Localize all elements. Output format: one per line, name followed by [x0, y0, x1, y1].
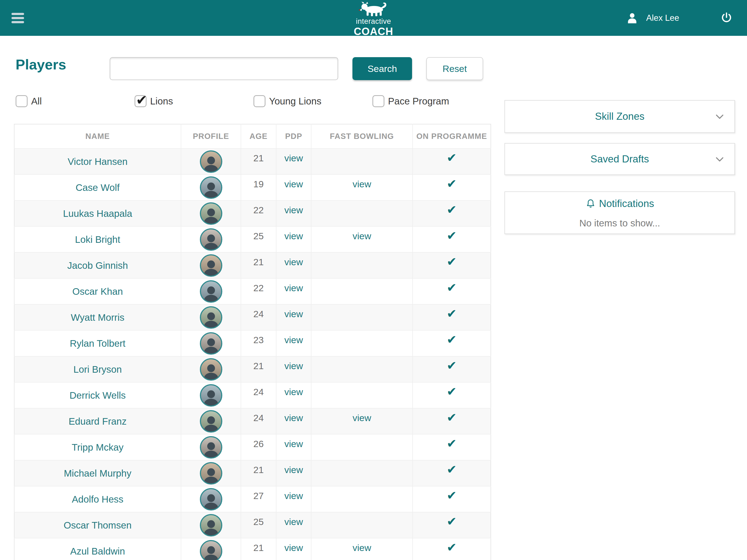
- checkbox[interactable]: [372, 95, 384, 107]
- pdp-view-link[interactable]: view: [284, 309, 303, 320]
- filter-all[interactable]: All: [16, 95, 134, 107]
- player-avatar[interactable]: [200, 462, 222, 485]
- player-avatar[interactable]: [200, 488, 222, 510]
- player-name-link[interactable]: Case Wolf: [76, 182, 120, 193]
- table-row: Jacob Ginnish 21 view ✔: [14, 252, 491, 278]
- pdp-view-link[interactable]: view: [284, 283, 303, 294]
- search-button[interactable]: Search: [353, 57, 412, 80]
- on-programme-check-icon: ✔: [447, 281, 457, 295]
- player-avatar[interactable]: [200, 540, 222, 560]
- player-avatar[interactable]: [200, 410, 222, 433]
- fast-bowling-view-link[interactable]: view: [353, 542, 371, 553]
- skill-zones-title: Skill Zones: [505, 111, 735, 122]
- player-avatar[interactable]: [200, 358, 222, 381]
- player-name-link[interactable]: Luukas Haapala: [63, 208, 132, 219]
- filter-lions[interactable]: ✔ Lions: [134, 95, 254, 107]
- user-menu[interactable]: Alex Lee: [626, 12, 679, 24]
- filter-young-lions[interactable]: Young Lions: [254, 95, 372, 107]
- on-programme-check-icon: ✔: [447, 436, 457, 450]
- pdp-view-link[interactable]: view: [284, 179, 303, 189]
- fast-bowling-view-link[interactable]: view: [353, 231, 371, 241]
- player-age: 24: [254, 387, 264, 397]
- table-row: Azul Baldwin 21 view view ✔: [14, 538, 491, 560]
- person-silhouette-icon: [201, 206, 221, 225]
- on-programme-check-icon: ✔: [447, 203, 457, 217]
- notifications-empty-text: No items to show...: [505, 218, 735, 229]
- player-name-link[interactable]: Tripp Mckay: [72, 442, 123, 453]
- player-age: 25: [254, 516, 264, 527]
- player-name-link[interactable]: Rylan Tolbert: [70, 338, 126, 349]
- player-avatar[interactable]: [200, 280, 222, 303]
- pdp-view-link[interactable]: view: [284, 205, 303, 215]
- fast-bowling-view-link[interactable]: view: [353, 179, 371, 189]
- on-programme-check-icon: ✔: [447, 410, 457, 424]
- person-silhouette-icon: [201, 491, 221, 510]
- pdp-view-link[interactable]: view: [284, 490, 303, 501]
- checkbox[interactable]: ✔: [134, 95, 147, 107]
- player-avatar[interactable]: [200, 514, 222, 536]
- pdp-view-link[interactable]: view: [284, 335, 303, 345]
- skill-zones-panel[interactable]: Skill Zones: [505, 100, 735, 133]
- person-silhouette-icon: [201, 232, 221, 251]
- player-name-link[interactable]: Michael Murphy: [64, 468, 131, 479]
- filter-label: Pace Program: [388, 96, 449, 107]
- table-header-row: NAME PROFILE AGE PDP FAST BOWLING ON PRO…: [14, 124, 491, 149]
- player-name-link[interactable]: Lori Bryson: [73, 364, 122, 375]
- checkbox[interactable]: [254, 95, 265, 107]
- chevron-down-icon[interactable]: [714, 111, 725, 122]
- search-input[interactable]: [110, 57, 338, 80]
- player-avatar[interactable]: [200, 306, 222, 329]
- person-silhouette-icon: [201, 543, 221, 560]
- on-programme-check-icon: ✔: [447, 358, 457, 373]
- player-name-link[interactable]: Loki Bright: [75, 234, 120, 245]
- player-name-link[interactable]: Oscar Khan: [73, 286, 123, 297]
- fast-bowling-view-link[interactable]: view: [353, 413, 371, 423]
- player-name-link[interactable]: Jacob Ginnish: [67, 260, 128, 271]
- pdp-view-link[interactable]: view: [284, 153, 303, 163]
- pdp-view-link[interactable]: view: [284, 231, 303, 241]
- table-row: Victor Hansen 21 view ✔: [14, 149, 491, 175]
- table-row: Oscar Thomsen 25 view ✔: [14, 512, 491, 538]
- table-row: Tripp Mckay 26 view ✔: [14, 434, 491, 460]
- pdp-view-link[interactable]: view: [284, 464, 303, 475]
- player-name-link[interactable]: Azul Baldwin: [70, 546, 125, 556]
- chevron-down-icon[interactable]: [714, 154, 725, 164]
- player-name-link[interactable]: Derrick Wells: [70, 390, 126, 401]
- pdp-view-link[interactable]: view: [284, 257, 303, 268]
- filter-pace-program[interactable]: Pace Program: [372, 95, 491, 107]
- reset-button[interactable]: Reset: [426, 57, 483, 80]
- pdp-view-link[interactable]: view: [284, 413, 303, 423]
- pdp-view-link[interactable]: view: [284, 387, 303, 397]
- on-programme-check-icon: ✔: [447, 307, 457, 321]
- player-avatar[interactable]: [200, 332, 222, 355]
- player-name-link[interactable]: Wyatt Morris: [71, 312, 124, 323]
- player-age: 21: [254, 257, 264, 268]
- player-age: 21: [254, 361, 264, 371]
- player-avatar[interactable]: [200, 202, 222, 225]
- saved-drafts-panel[interactable]: Saved Drafts: [505, 143, 735, 175]
- player-name-link[interactable]: Adolfo Hess: [72, 494, 124, 505]
- pdp-view-link[interactable]: view: [284, 361, 303, 371]
- player-avatar[interactable]: [200, 254, 222, 277]
- lion-icon: [357, 1, 390, 18]
- player-name-link[interactable]: Oscar Thomsen: [64, 520, 131, 531]
- pdp-view-link[interactable]: view: [284, 542, 303, 553]
- player-avatar[interactable]: [200, 150, 222, 173]
- player-age: 22: [254, 283, 264, 294]
- player-avatar[interactable]: [200, 176, 222, 199]
- player-avatar[interactable]: [200, 384, 222, 407]
- app-header: interactive COACH Alex Lee: [0, 0, 747, 36]
- on-programme-check-icon: ✔: [447, 462, 457, 476]
- checkbox[interactable]: [16, 95, 28, 107]
- player-name-link[interactable]: Eduard Franz: [69, 416, 127, 427]
- column-header-profile: PROFILE: [181, 124, 241, 149]
- player-avatar[interactable]: [200, 228, 222, 251]
- player-name-link[interactable]: Victor Hansen: [68, 156, 127, 167]
- pdp-view-link[interactable]: view: [284, 516, 303, 527]
- on-programme-check-icon: ✔: [447, 488, 457, 502]
- power-icon[interactable]: [720, 12, 733, 24]
- players-table: NAME PROFILE AGE PDP FAST BOWLING ON PRO…: [14, 124, 491, 560]
- pdp-view-link[interactable]: view: [284, 439, 303, 449]
- table-row: Lori Bryson 21 view ✔: [14, 356, 491, 382]
- player-avatar[interactable]: [200, 436, 222, 459]
